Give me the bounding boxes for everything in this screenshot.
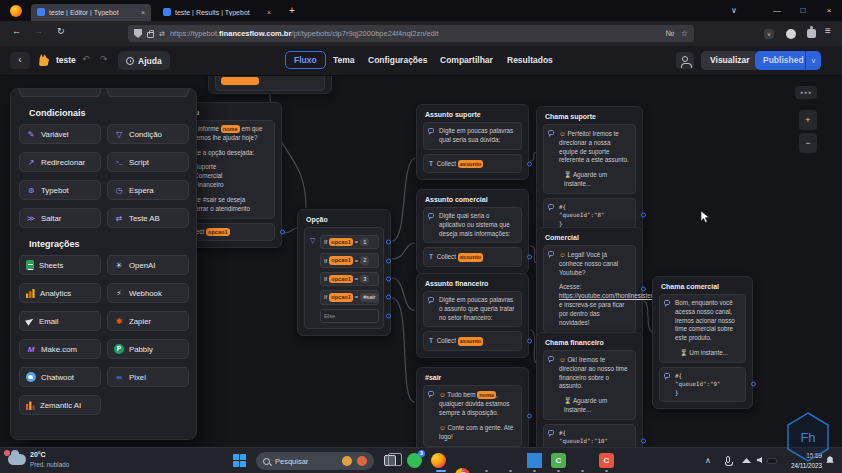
tab-tema[interactable]: Tema: [333, 55, 355, 65]
code-bubble-block[interactable]: #{ "queueId":"10" }: [543, 424, 636, 447]
text-bubble-block[interactable]: ☺ Perfeito! Iremos te direcionar a nossa…: [543, 124, 636, 194]
typebot-name[interactable]: teste: [56, 55, 76, 65]
group-start-partial[interactable]: [208, 76, 332, 94]
connection-point[interactable]: [386, 295, 391, 300]
group-assunto-financeiro[interactable]: Assunto financeiro Digite em poucas pala…: [416, 273, 529, 358]
condition-block[interactable]: ▽ Ifopcao1=1 Ifopcao1=2 Ifopcao1=3 Ifopc…: [304, 227, 384, 329]
palette-item-zemantic[interactable]: Zemantic AI: [19, 395, 101, 415]
text-bubble-block[interactable]: ☺ Legal! Você já conhece nosso canal You…: [543, 245, 636, 333]
connection-point[interactable]: [527, 414, 532, 419]
palette-item-redirecionar[interactable]: ↗Redirecionar: [19, 152, 101, 172]
tab-fluxo[interactable]: Fluxo: [285, 51, 326, 69]
connection-point[interactable]: [386, 276, 391, 281]
partial-block[interactable]: [215, 76, 325, 91]
palette-item-script[interactable]: >_Script: [107, 152, 189, 172]
redo-icon[interactable]: ↷: [100, 54, 108, 64]
speaker-icon[interactable]: [757, 457, 762, 463]
tray-device-icon[interactable]: [767, 458, 777, 464]
group-chama-financeiro[interactable]: Chama financeiro ☺ Ok! Iremos te direcio…: [536, 332, 643, 447]
tray-chevron-icon[interactable]: ∧: [705, 456, 711, 465]
palette-item-openai[interactable]: ✳OpenAI: [107, 255, 189, 275]
browser-tab-results[interactable]: teste | Results | Typebot ×: [157, 4, 277, 21]
palette-item-zapier[interactable]: ✱Zapier: [107, 311, 189, 331]
task-view-button[interactable]: [384, 455, 396, 466]
notification-bell-icon[interactable]: [826, 456, 834, 464]
menu-icon[interactable]: ≡: [825, 25, 831, 36]
connection-point[interactable]: [386, 258, 391, 263]
extensions-icon[interactable]: [807, 29, 816, 38]
reload-icon[interactable]: ↻: [57, 26, 65, 36]
zoom-out-button[interactable]: −: [799, 133, 817, 153]
browser-tab-editor[interactable]: teste | Editor | Typebot ×: [31, 4, 151, 21]
taskbar-search[interactable]: Pesquisar: [256, 452, 374, 470]
condition-else-row[interactable]: Else: [320, 309, 379, 323]
green-app-icon[interactable]: C: [551, 453, 566, 468]
condition-row[interactable]: Ifopcao1=2: [320, 253, 379, 267]
help-button[interactable]: Ajuda: [118, 51, 170, 70]
connection-point[interactable]: [386, 313, 391, 318]
palette-item-analytics[interactable]: Analytics: [19, 283, 101, 303]
text-bubble-block[interactable]: Digite em poucas palavras qual seria sua…: [423, 122, 522, 150]
published-chevron-button[interactable]: ∨: [805, 51, 821, 70]
connection-point[interactable]: [527, 255, 532, 260]
translate-icon[interactable]: №: [665, 29, 674, 38]
editor-back-button[interactable]: ‹: [10, 52, 30, 69]
connection-point[interactable]: [527, 339, 532, 344]
window-close-button[interactable]: ×: [818, 0, 840, 20]
profile-avatar-icon[interactable]: [786, 29, 796, 39]
tab-compartilhar[interactable]: Compartilhar: [440, 55, 493, 65]
palette-item-condicao[interactable]: ▽Condição: [107, 124, 189, 144]
vscode-icon[interactable]: [527, 453, 542, 468]
condition-row[interactable]: Ifopcao1=1: [320, 235, 379, 249]
code-bubble-block[interactable]: #{ "queueId":"9" }: [659, 367, 746, 402]
youtube-link[interactable]: https://youtube.com/fhonlinesistemas: [559, 292, 663, 299]
connection-point[interactable]: [280, 229, 285, 234]
tab-close-icon[interactable]: ×: [141, 9, 145, 16]
visualizar-button[interactable]: Visualizar: [701, 51, 759, 70]
condition-row[interactable]: Ifopcao1=#sair: [320, 290, 379, 304]
text-bubble-block[interactable]: ☺ Tudo bem nome, qualquer dúvida estamos…: [423, 385, 522, 447]
connection-point[interactable]: [527, 161, 532, 166]
window-minimize-button[interactable]: —: [766, 0, 788, 20]
zoom-in-button[interactable]: +: [799, 110, 817, 130]
palette-item-variavel[interactable]: ✎Variável: [19, 124, 101, 144]
pocket-icon[interactable]: v: [764, 29, 774, 39]
group-chama-suporte[interactable]: Chama suporte ☺ Perfeito! Iremos te dire…: [536, 106, 643, 240]
tab-close-icon[interactable]: ×: [267, 9, 271, 16]
palette-item-pixel[interactable]: ∞Pixel: [107, 367, 189, 387]
published-button[interactable]: Published: [755, 51, 812, 70]
palette-item-espera[interactable]: ◷Espera: [107, 180, 189, 200]
microphone-icon[interactable]: [726, 456, 730, 463]
group-comercial[interactable]: Comercial ☺ Legal! Você já conhece nosso…: [536, 227, 643, 340]
text-bubble-block[interactable]: ☺ Ok! Iremos te direcionar ao nosso time…: [543, 350, 636, 420]
new-tab-button[interactable]: +: [289, 5, 295, 16]
palette-item-typebot[interactable]: ⊛Typebot: [19, 180, 101, 200]
palette-item-pabbly[interactable]: PPabbly: [107, 339, 189, 359]
connection-point[interactable]: [641, 286, 646, 291]
condition-row[interactable]: Ifopcao1=3: [320, 272, 379, 286]
palette-item-chatwoot[interactable]: Chatwoot: [19, 367, 101, 387]
palette-item-email[interactable]: Email: [19, 311, 101, 331]
taskbar-clock[interactable]: 15:59 24/11/2023: [780, 451, 822, 471]
group-opcao[interactable]: Opção ▽ Ifopcao1=1 Ifopcao1=2 Ifopcao1=3…: [297, 209, 391, 336]
whatsapp-icon[interactable]: 3: [407, 453, 422, 468]
tab-resultados[interactable]: Resultados: [507, 55, 553, 65]
bookmark-star-icon[interactable]: ☆: [681, 29, 688, 38]
firefox-taskbar-icon[interactable]: [431, 453, 446, 468]
canvas-more-button[interactable]: ●●●: [795, 86, 817, 99]
url-bar[interactable]: ⇄ https://typebot.financesflow.com.br/pt…: [128, 25, 694, 42]
firefox-logo-icon[interactable]: [10, 5, 22, 17]
search-daily-icon-1[interactable]: [342, 456, 352, 466]
connection-point[interactable]: [386, 240, 391, 245]
shield-icon[interactable]: [134, 29, 142, 38]
palette-item-make[interactable]: MMake.com: [19, 339, 101, 359]
text-bubble-block[interactable]: Digite qual seria o aplicativo ou sistem…: [423, 207, 522, 243]
connection-point[interactable]: [751, 382, 756, 387]
network-icon[interactable]: [742, 458, 751, 463]
connection-point[interactable]: [641, 213, 646, 218]
lock-icon[interactable]: [147, 32, 154, 38]
palette-item-teste-ab[interactable]: ⇄Teste AB: [107, 208, 189, 228]
back-icon[interactable]: ←: [12, 26, 21, 36]
start-button[interactable]: [233, 454, 247, 468]
palette-item-webhook[interactable]: ⚡Webhook: [107, 283, 189, 303]
